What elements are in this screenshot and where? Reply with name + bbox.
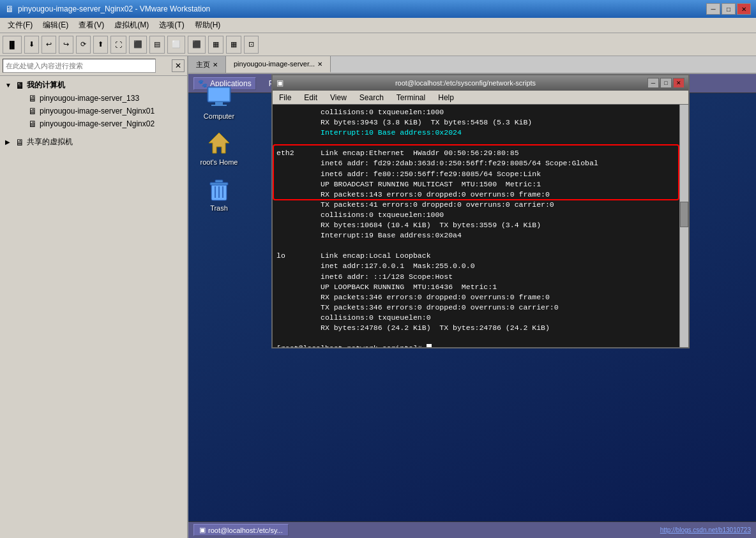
trash-icon-img [206, 176, 232, 202]
term-menu-search[interactable]: Search [353, 92, 390, 103]
sidebar-header: ✕ [0, 56, 187, 76]
terminal-icon: ▣ [276, 78, 284, 87]
tab-home-close-icon[interactable]: ✕ [213, 61, 218, 68]
home-icon-label: root's Home [200, 158, 238, 166]
computer-icon: 🖥 [15, 80, 24, 91]
close-button[interactable]: ✕ [737, 3, 751, 15]
svg-rect-7 [215, 180, 223, 183]
toolbar-btn-4[interactable]: ↪ [59, 36, 73, 54]
term-menu-terminal[interactable]: Terminal [390, 92, 432, 103]
term-menu-help[interactable]: Help [432, 92, 460, 103]
tab-vm[interactable]: pinyougou-image-server... ✕ [226, 56, 331, 73]
status-link[interactable]: http://blogs.csdn.net/b13010723 [660, 527, 751, 534]
toolbar-btn-13[interactable]: ▦ [226, 36, 241, 54]
tree-label-0: pinyougou-image-server_133 [40, 94, 139, 103]
trash-icon-label: Trash [210, 204, 228, 212]
taskbar-window-label: root@localhost:/etc/sy... [208, 527, 283, 534]
terminal-content[interactable]: collisions:0 txqueuelen:1000 RX bytes:39… [273, 105, 688, 347]
scrollbar-thumb[interactable] [680, 202, 688, 227]
main-layout: ✕ ▼ 🖥 我的计算机 🖥 pinyougou-image-server_133… [0, 56, 756, 538]
app-icon: 🖥 [5, 4, 14, 14]
shared-vm-icon: 🖥 [15, 137, 24, 147]
terminal-titlebar: ▣ root@localhost:/etc/sysconfig/network-… [273, 75, 688, 91]
terminal-window: ▣ root@localhost:/etc/sysconfig/network-… [271, 74, 690, 348]
taskbar-window-button[interactable]: ▣ root@localhost:/etc/sy... [193, 524, 289, 536]
search-input[interactable] [3, 59, 156, 73]
vm-icon-2: 🖥 [28, 119, 37, 129]
titlebar-title: 🖥 pinyougou-image-server_Nginx02 - VMwar… [5, 4, 210, 14]
tree-children: 🖥 pinyougou-image-server_133 🖥 pinyougou… [15, 92, 185, 130]
tree-shared-label: 共享的虚拟机 [27, 137, 73, 147]
toolbar-btn-3[interactable]: ↩ [42, 36, 56, 54]
tree-label-1: pinyougou-image-server_Nginx01 [40, 107, 155, 116]
toolbar-btn-8[interactable]: ⬛ [129, 36, 147, 54]
computer-icon-label: Computer [204, 112, 234, 120]
tree-shared-expand-icon: ▶ [5, 138, 13, 146]
toolbar-btn-9[interactable]: ▤ [149, 36, 165, 54]
tab-vm-close-icon[interactable]: ✕ [317, 61, 322, 68]
linux-desktop[interactable]: 🐾 Applications Places System 🦊 📚 ✏️ [188, 74, 756, 538]
menu-view[interactable]: 查看(V) [73, 19, 109, 32]
menu-edit[interactable]: 编辑(E) [38, 19, 73, 32]
toolbar-btn-11[interactable]: ⬛ [188, 36, 206, 54]
titlebar: 🖥 pinyougou-image-server_Nginx02 - VMwar… [0, 0, 756, 18]
term-menu-file[interactable]: File [273, 92, 298, 103]
terminal-controls: ─ □ ✕ [647, 78, 684, 88]
toolbar-btn-10[interactable]: ⬜ [167, 36, 185, 54]
sidebar: ✕ ▼ 🖥 我的计算机 🖥 pinyougou-image-server_133… [0, 56, 188, 538]
svg-rect-3 [211, 105, 227, 106]
right-content: 主页 ✕ pinyougou-image-server... ✕ 🐾 Appli… [188, 56, 756, 538]
tree-root-item[interactable]: ▼ 🖥 我的计算机 [3, 78, 185, 92]
toolbar-btn-12[interactable]: ▦ [208, 36, 223, 54]
toolbar-btn-6[interactable]: ⬆ [93, 36, 108, 54]
titlebar-controls: ─ □ ✕ [706, 3, 751, 15]
term-menu-view[interactable]: View [324, 92, 353, 103]
tab-home-label: 主页 [196, 60, 210, 70]
svg-rect-1 [209, 88, 229, 101]
vm-icon-1: 🖥 [28, 106, 37, 116]
tree-item-0[interactable]: 🖥 pinyougou-image-server_133 [15, 92, 185, 105]
toolbar-btn-2[interactable]: ⬇ [24, 36, 39, 54]
sidebar-content: ▼ 🖥 我的计算机 🖥 pinyougou-image-server_133 🖥… [0, 76, 187, 538]
computer-icon-img [206, 84, 232, 110]
minimize-button[interactable]: ─ [706, 3, 720, 15]
toolbar-btn-7[interactable]: ⛶ [110, 36, 126, 54]
computer-desktop-icon[interactable]: Computer [199, 84, 239, 120]
toolbar-btn-14[interactable]: ⊡ [244, 36, 259, 54]
terminal-title: root@localhost:/etc/sysconfig/network-sc… [284, 79, 647, 87]
desktop-icons: Computer root's Home [199, 84, 239, 212]
menu-options[interactable]: 选项(T) [154, 19, 189, 32]
terminal-maximize-button[interactable]: □ [660, 78, 672, 88]
svg-rect-6 [210, 183, 228, 185]
tree-item-1[interactable]: 🖥 pinyougou-image-server_Nginx01 [15, 105, 185, 117]
menu-file[interactable]: 文件(F) [3, 19, 38, 32]
home-desktop-icon[interactable]: root's Home [199, 130, 239, 166]
tab-home[interactable]: 主页 ✕ [188, 56, 226, 73]
svg-marker-4 [209, 133, 229, 153]
tree-label-2: pinyougou-image-server_Nginx02 [40, 119, 155, 128]
tabbar: 主页 ✕ pinyougou-image-server... ✕ [188, 56, 756, 74]
terminal-close-button[interactable]: ✕ [673, 78, 684, 88]
tree-expand-icon: ▼ [5, 82, 13, 89]
menu-help[interactable]: 帮助(H) [190, 19, 226, 32]
toolbar-btn-5[interactable]: ⟳ [76, 36, 91, 54]
svg-rect-2 [215, 102, 223, 105]
terminal-menubar: File Edit View Search Terminal Help [273, 91, 688, 105]
term-menu-edit[interactable]: Edit [298, 92, 324, 103]
terminal-minimize-button[interactable]: ─ [647, 78, 659, 88]
tree-root-label: 我的计算机 [27, 80, 65, 91]
sidebar-close-button[interactable]: ✕ [172, 59, 185, 72]
tree-item-2[interactable]: 🖥 pinyougou-image-server_Nginx02 [15, 117, 185, 130]
menubar: 文件(F) 编辑(E) 查看(V) 虚拟机(M) 选项(T) 帮助(H) [0, 18, 756, 33]
linux-taskbar-bottom: ▣ root@localhost:/etc/sy... http://blogs… [188, 521, 756, 538]
tree-shared-item[interactable]: ▶ 🖥 共享的虚拟机 [3, 135, 185, 149]
menu-vm[interactable]: 虚拟机(M) [109, 19, 154, 32]
terminal-scrollbar[interactable] [679, 105, 688, 347]
trash-desktop-icon[interactable]: Trash [199, 176, 239, 212]
maximize-button[interactable]: □ [722, 3, 736, 15]
home-icon-img [206, 130, 232, 156]
toolbar: ▐▌ ⬇ ↩ ↪ ⟳ ⬆ ⛶ ⬛ ▤ ⬜ ⬛ ▦ ▦ ⊡ [0, 33, 756, 56]
toolbar-btn-1[interactable]: ▐▌ [3, 36, 22, 54]
app-title: pinyougou-image-server_Nginx02 - VMware … [18, 4, 210, 13]
terminal-taskbar-icon: ▣ [199, 526, 206, 534]
